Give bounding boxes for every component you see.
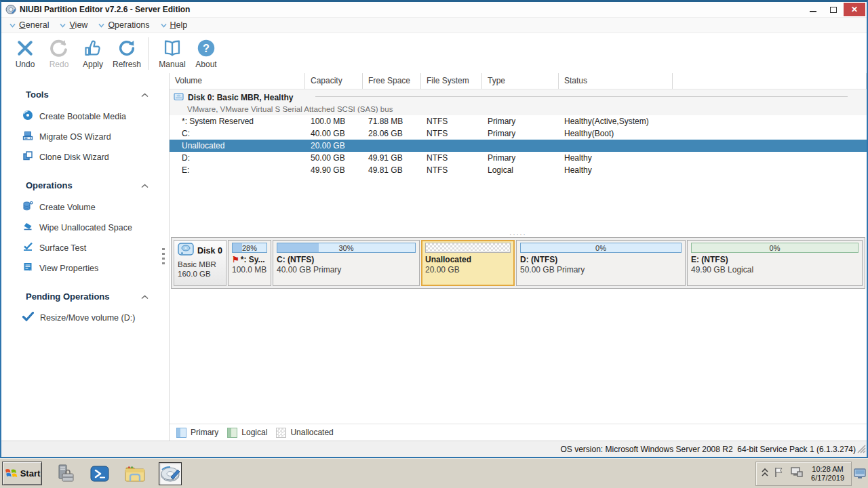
surface-test-icon <box>22 241 33 255</box>
column-header-volume[interactable]: Volume <box>170 73 305 89</box>
taskbar-clock[interactable]: 10:28 AM 6/17/2019 <box>808 465 847 483</box>
volume-row-e[interactable]: E: 49.90 GB 49.81 GB NTFS Logical Health… <box>170 164 867 176</box>
apply-button[interactable]: Apply <box>76 36 110 69</box>
usage-bar: 0% <box>520 243 682 253</box>
legend: Primary Logical Unallocated <box>170 424 867 441</box>
network-icon[interactable] <box>790 466 804 481</box>
panel-splitter[interactable]: ..... <box>170 176 867 237</box>
column-header-status[interactable]: Status <box>559 73 673 89</box>
maximize-button[interactable] <box>823 3 844 16</box>
unallocated-swatch <box>276 428 286 438</box>
about-question-icon: ? <box>197 37 216 59</box>
sidebar-splitter-handle[interactable] <box>162 248 165 264</box>
disk-size: 160.0 GB <box>178 270 222 278</box>
clock-time: 10:28 AM <box>811 465 844 474</box>
column-header-file-system[interactable]: File System <box>421 73 482 89</box>
disk-map: Disk 0 Basic MBR 160.0 GB 28% ⚑*: Sy... … <box>171 237 865 289</box>
show-desktop-button[interactable] <box>853 462 867 486</box>
minimize-button[interactable] <box>803 3 823 16</box>
close-icon: ✕ <box>851 5 858 14</box>
migrate-os-icon <box>22 130 33 144</box>
redo-button[interactable]: Redo <box>42 36 76 69</box>
chevron-down-icon <box>60 23 66 28</box>
sidebar-item-create-bootable-media[interactable]: Create Bootable Media <box>1 110 169 123</box>
menu-general[interactable]: General <box>9 20 49 30</box>
about-button[interactable]: ? About <box>189 36 223 69</box>
legend-item-logical: Logical <box>227 428 267 438</box>
menu-view[interactable]: View <box>60 20 87 30</box>
logical-swatch <box>227 428 237 438</box>
menu-operations[interactable]: Operations <box>98 20 149 30</box>
start-button[interactable]: Start <box>2 462 42 485</box>
undo-button[interactable]: Undo <box>8 36 42 69</box>
sidebar: Tools Create Bootable Media Migrate OS W… <box>1 73 170 441</box>
diskmap-partition-c[interactable]: 30% C: (NTFS) 40.00 GB Primary <box>273 240 420 286</box>
disk-drive-icon <box>178 243 194 259</box>
disk-group-header[interactable]: Disk 0: Basic MBR, Healthy VMware, VMwar… <box>170 89 867 115</box>
manual-book-icon <box>163 37 182 59</box>
apply-thumbs-up-icon <box>83 37 102 59</box>
sidebar-section-pending-operations[interactable]: Pending Operations <box>1 290 169 302</box>
sidebar-item-view-properties[interactable]: View Properties <box>1 262 169 275</box>
chevron-down-icon <box>161 23 167 28</box>
volume-row-d[interactable]: D: 50.00 GB 49.91 GB NTFS Primary Health… <box>170 152 867 164</box>
chevron-down-icon <box>98 23 104 28</box>
menu-help[interactable]: Help <box>161 20 188 30</box>
column-header-capacity[interactable]: Capacity <box>305 73 363 89</box>
window-title: NIUBI Partition Editor v7.2.6 - Server E… <box>20 5 190 14</box>
disk-group-rule <box>315 96 848 97</box>
os-version-text: OS version: Microsoft Windows Server 200… <box>560 445 856 454</box>
volume-row-system-reserved[interactable]: *: System Reserved 100.0 MB 71.88 MB NTF… <box>170 115 867 127</box>
pending-operation-resize-move-d[interactable]: Resize/Move volume (D:) <box>1 312 169 324</box>
pending-check-icon <box>22 312 34 324</box>
app-icon <box>5 5 16 14</box>
close-button[interactable]: ✕ <box>844 3 865 16</box>
sidebar-item-surface-test[interactable]: Surface Test <box>1 241 169 255</box>
sidebar-item-migrate-os-wizard[interactable]: Migrate OS Wizard <box>1 130 169 144</box>
diskmap-partition-system-reserved[interactable]: 28% ⚑*: Sy... 100.0 MB <box>228 240 271 286</box>
taskbar: Start 10:28 AM 6/17/2019 <box>0 458 868 488</box>
taskbar-explorer-folder-icon[interactable] <box>123 462 146 485</box>
bootable-media-disc-icon <box>22 110 33 123</box>
disk-name: Disk 0 <box>197 246 222 256</box>
chevron-up-icon <box>141 179 149 191</box>
sidebar-item-wipe-unallocated-space[interactable]: Wipe Unallocated Space <box>1 221 169 235</box>
taskbar-niubi-active-icon[interactable] <box>159 462 182 485</box>
manual-button[interactable]: Manual <box>155 36 189 69</box>
menu-label: View <box>69 20 87 30</box>
usage-bar: 0% <box>691 243 859 253</box>
volume-panel: Volume Capacity Free Space File System T… <box>170 73 867 441</box>
svg-text:?: ? <box>203 42 210 54</box>
boot-flag-icon: ⚑ <box>232 255 239 264</box>
menu-label: Help <box>170 20 188 30</box>
usage-bar-unallocated <box>425 243 511 253</box>
sidebar-item-clone-disk-wizard[interactable]: Clone Disk Wizard <box>1 150 169 164</box>
sidebar-item-create-volume[interactable]: Create Volume <box>1 201 169 214</box>
disk-map-disk-info[interactable]: Disk 0 Basic MBR 160.0 GB <box>174 240 226 286</box>
diskmap-partition-d[interactable]: 0% D: (NTFS) 50.00 GB Primary <box>516 240 686 286</box>
maximize-icon <box>830 7 837 13</box>
wipe-icon <box>22 221 33 235</box>
action-center-flag-icon[interactable] <box>773 466 785 481</box>
column-header-free-space[interactable]: Free Space <box>363 73 421 89</box>
refresh-button[interactable]: Refresh <box>110 36 144 69</box>
table-header: Volume Capacity Free Space File System T… <box>170 73 867 89</box>
diskmap-partition-e[interactable]: 0% E: (NTFS) 49.90 GB Logical <box>687 240 863 286</box>
volume-row-c[interactable]: C: 40.00 GB 28.06 GB NTFS Primary Health… <box>170 127 867 140</box>
disk-layout: Basic MBR <box>178 260 222 268</box>
resize-grip[interactable] <box>857 444 866 456</box>
sidebar-section-operations[interactable]: Operations <box>1 179 169 191</box>
splitter-dots[interactable]: ..... <box>170 229 867 236</box>
sidebar-section-tools[interactable]: Tools <box>1 88 169 100</box>
disk-group-subtitle: VMware, VMware Virtual S Serial Attached… <box>187 105 867 113</box>
diskmap-partition-unallocated-selected[interactable]: Unallocated 20.00 GB <box>421 240 515 286</box>
disk-group-title: Disk 0: Basic MBR, Healthy <box>188 93 293 102</box>
volume-row-unallocated-selected[interactable]: Unallocated 20.00 GB <box>170 140 867 152</box>
taskbar-server-manager-icon[interactable] <box>53 462 76 485</box>
menu-label: General <box>19 20 49 30</box>
column-header-filler <box>673 73 867 89</box>
taskbar-powershell-icon[interactable] <box>88 462 111 485</box>
show-hidden-icons-chevron[interactable] <box>762 468 768 480</box>
column-header-type[interactable]: Type <box>482 73 559 89</box>
chevron-up-icon <box>141 88 149 100</box>
